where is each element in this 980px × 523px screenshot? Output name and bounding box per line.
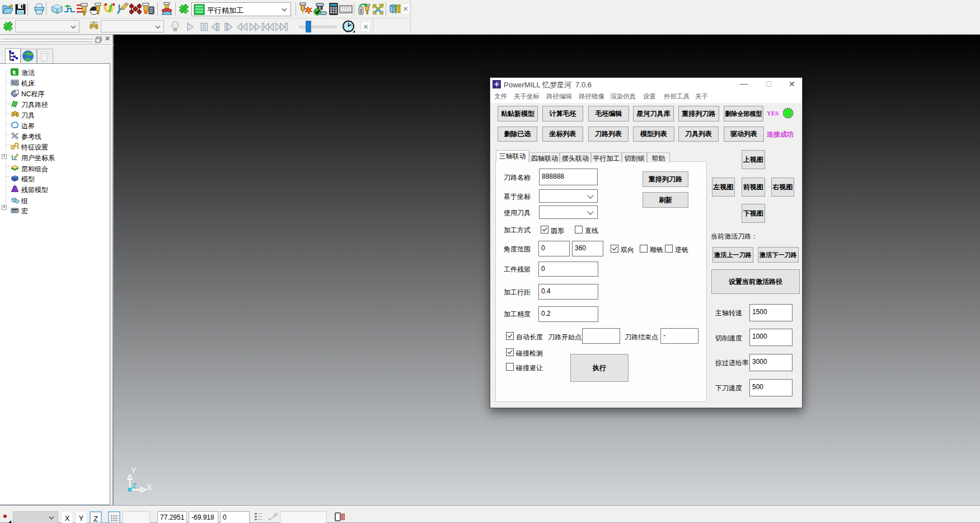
svg-text:Z: Z [132, 482, 137, 490]
svg-text:Y: Y [131, 466, 137, 475]
svg-text:X: X [147, 483, 152, 492]
